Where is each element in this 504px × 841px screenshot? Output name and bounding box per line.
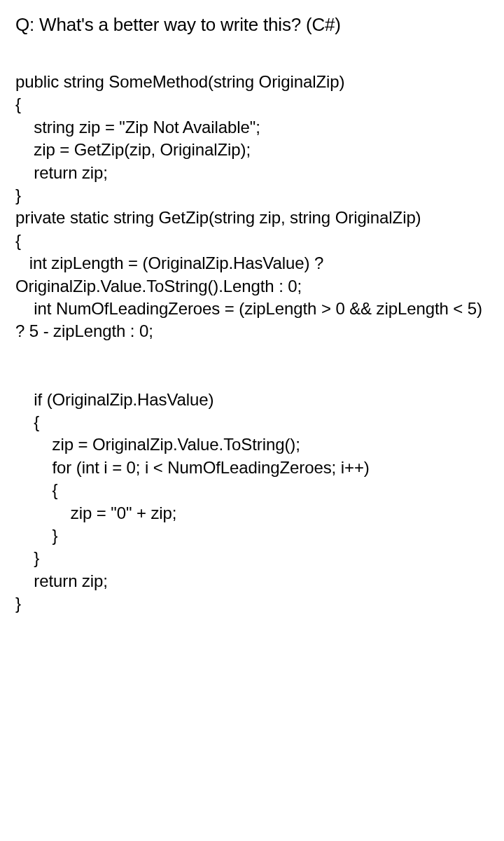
- question-title: Q: What's a better way to write this? (C…: [15, 13, 489, 37]
- code-block: public string SomeMethod(string Original…: [15, 71, 489, 615]
- question-text: What's a better way to write this? (C#): [39, 14, 341, 35]
- question-prefix: Q:: [15, 14, 39, 35]
